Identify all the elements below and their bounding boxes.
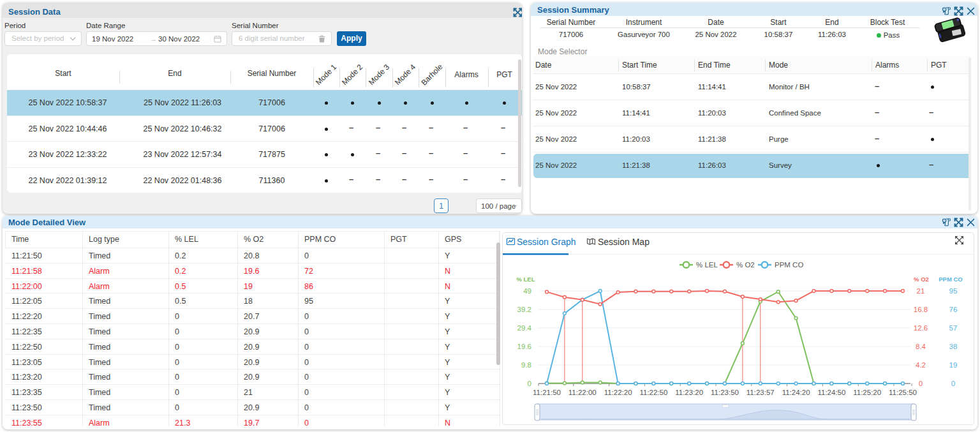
svg-text:9.8: 9.8 [521,361,531,369]
svg-text:11:25:50: 11:25:50 [889,389,917,396]
svg-text:49: 49 [523,287,531,295]
svg-text:19: 19 [949,361,958,369]
svg-text:29.4: 29.4 [517,324,532,332]
svg-text:% O2: % O2 [914,276,929,283]
svg-text:11:24:50: 11:24:50 [817,389,845,396]
svg-text:PPM CO: PPM CO [775,261,803,269]
svg-text:11:22:20: 11:22:20 [604,389,632,396]
svg-text:11:21:50: 11:21:50 [533,389,561,396]
svg-text:11:22:00: 11:22:00 [568,389,597,396]
svg-text:% LEL: % LEL [516,276,535,283]
svg-text:Session Graph: Session Graph [517,237,576,247]
svg-text:PPM CO: PPM CO [939,276,962,283]
svg-text:% LEL: % LEL [696,261,718,269]
svg-text:11:24:20: 11:24:20 [782,389,810,396]
svg-text:16.8: 16.8 [914,306,928,313]
svg-text:19.6: 19.6 [517,343,531,350]
svg-text:11:23:50: 11:23:50 [711,389,739,396]
svg-text:39.2: 39.2 [517,306,531,313]
svg-text:0: 0 [528,380,531,387]
svg-text:12.6: 12.6 [914,324,928,332]
svg-text:% O2: % O2 [736,261,755,269]
svg-text:0: 0 [951,380,955,387]
svg-text:11:25:20: 11:25:20 [853,389,881,396]
svg-text:8.4: 8.4 [916,343,926,350]
svg-text:11:22:50: 11:22:50 [639,389,667,396]
svg-text:11:23:20: 11:23:20 [675,389,703,396]
svg-text:21: 21 [917,287,925,295]
svg-text:95: 95 [949,287,958,295]
svg-text:4.2: 4.2 [916,361,926,369]
svg-text:76: 76 [949,306,958,313]
svg-text:38: 38 [949,343,958,350]
svg-text:0: 0 [919,380,923,387]
svg-text:57: 57 [949,324,958,332]
svg-text:11:23:57: 11:23:57 [746,389,775,396]
svg-text:Session Map: Session Map [598,237,650,247]
